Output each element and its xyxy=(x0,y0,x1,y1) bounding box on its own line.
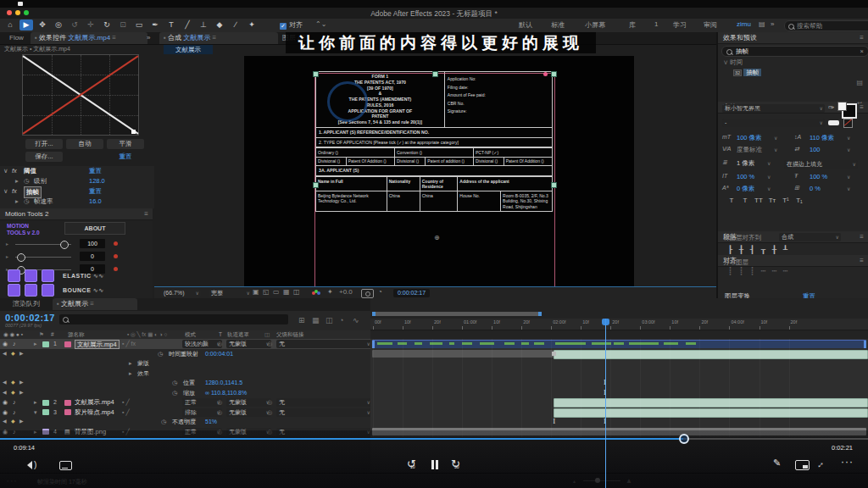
mask-visibility-icon[interactable]: ◱ xyxy=(263,288,270,296)
col-parent[interactable]: 父级和链接 xyxy=(276,330,304,339)
exposure-value[interactable]: +0.0 xyxy=(339,288,353,296)
align-button[interactable]: ┠ xyxy=(725,246,736,254)
selection-handle[interactable] xyxy=(551,71,557,77)
flow-smooth-button[interactable]: 平滑 xyxy=(107,139,144,149)
vertical-scale-value[interactable]: 100 % xyxy=(737,173,754,180)
comp-flowchart-icon[interactable]: ⊞ xyxy=(298,316,305,324)
exposure-dial-icon[interactable]: ◔ xyxy=(378,288,382,296)
selection-tool[interactable]: ▶ xyxy=(19,19,33,30)
align-button[interactable]: ╂ xyxy=(736,246,747,254)
property-value[interactable]: 0:00:04:01 xyxy=(205,349,233,359)
pen-tool[interactable]: ✒ xyxy=(148,19,162,30)
flow-reset-button[interactable]: 重置 xyxy=(107,152,144,162)
prev-keyframe-icon[interactable]: ◀ xyxy=(3,378,7,388)
distribute-button[interactable]: ┋ xyxy=(747,267,758,275)
panel-menu-icon[interactable]: ≡ xyxy=(90,300,94,308)
playhead-handle[interactable] xyxy=(602,319,609,325)
effects-search-input[interactable]: 抽帧× xyxy=(721,46,868,57)
effect-reset-button[interactable]: 重置 xyxy=(89,186,102,197)
kerning-dropdown[interactable] xyxy=(772,146,777,153)
about-tab[interactable]: ABOUT xyxy=(64,222,125,235)
tab-render-queue[interactable]: 渲染队列 xyxy=(8,298,44,310)
preset-square-button[interactable] xyxy=(25,284,37,297)
panel-chevron-icon[interactable]: » xyxy=(142,32,154,44)
stopwatch-icon[interactable]: ◷ xyxy=(161,417,166,427)
workspace-overflow-chevron[interactable]: » xyxy=(771,20,774,28)
panel-menu-icon[interactable]: ≡ xyxy=(213,34,217,42)
orbit-camera-tool[interactable]: ↺ xyxy=(68,19,81,30)
kerning-value[interactable]: 度量标准 xyxy=(737,146,762,154)
expand-icon[interactable]: ▾ xyxy=(34,408,37,418)
roto-brush-tool[interactable]: ∕ xyxy=(229,19,242,30)
effect-header-row[interactable]: ∨fx抽帧重置 xyxy=(0,186,151,197)
edit-pencil-icon[interactable]: ✎ xyxy=(773,458,781,469)
transparency-grid-icon[interactable]: ▦ xyxy=(283,288,290,296)
layer-duration-bar[interactable] xyxy=(372,350,554,358)
matte-pickwhip-icon[interactable]: ◎ xyxy=(217,339,222,349)
flow-auto-button[interactable]: 自动 xyxy=(66,139,103,149)
snapshot-compare-icon[interactable]: ◫ xyxy=(293,288,300,296)
fast-previews-icon[interactable]: ✦ xyxy=(327,288,333,296)
preset-list-icon[interactable]: ▤ xyxy=(856,79,863,86)
draft-3d-icon[interactable]: ▦ xyxy=(312,316,320,324)
region-of-interest-icon[interactable]: ▭ xyxy=(273,288,280,296)
layer-name[interactable]: 胶片噪点.mp4 xyxy=(75,408,114,418)
player-progress-bar[interactable] xyxy=(0,438,868,440)
keyframe-icon[interactable]: I xyxy=(553,418,555,425)
distribute-button[interactable]: ┋ xyxy=(725,267,736,275)
property-value[interactable]: 128.0 xyxy=(89,176,105,186)
twirl-icon[interactable]: ▸ xyxy=(129,369,132,379)
selection-point[interactable] xyxy=(543,72,548,76)
layer-duration-bar[interactable] xyxy=(554,408,868,418)
group-name[interactable]: 效果 xyxy=(137,369,149,379)
puppet-pin-tool[interactable]: ✦ xyxy=(245,19,259,30)
more-options-icon[interactable]: ··· xyxy=(841,456,854,468)
vertical-scale-dropdown[interactable] xyxy=(765,173,771,180)
parent-pickwhip-icon[interactable]: ◎ xyxy=(267,339,272,349)
preset-square-button[interactable] xyxy=(42,284,54,297)
font-size-dropdown[interactable] xyxy=(772,134,777,141)
leading-value[interactable]: 110 像素 xyxy=(810,134,834,142)
effect-header-row[interactable]: ∨fx阈值重置 xyxy=(0,166,151,176)
add-keyframe-icon[interactable]: ◆ xyxy=(11,417,15,427)
faux-style-button[interactable]: T xyxy=(725,197,738,204)
hand-tool[interactable]: ✥ xyxy=(36,19,49,30)
zoom-tool[interactable]: ◎ xyxy=(52,19,65,30)
preset-square-button[interactable] xyxy=(8,284,20,297)
align-button[interactable]: ┸ xyxy=(780,246,791,254)
faux-style-button[interactable]: TT xyxy=(752,197,765,204)
tracking-dropdown[interactable] xyxy=(845,146,850,153)
stroke-width-dropdown[interactable] xyxy=(765,159,771,167)
workspace-tab-库[interactable]: 库 xyxy=(629,20,636,30)
slider-value[interactable]: 100 xyxy=(80,239,105,248)
stopwatch-icon[interactable]: ◷ xyxy=(172,378,177,388)
rotate-tool[interactable]: ↻ xyxy=(100,19,114,30)
proportional-spacing-dropdown[interactable] xyxy=(845,185,850,192)
keyframe-dot[interactable] xyxy=(114,241,118,246)
prev-keyframe-icon[interactable]: ◀ xyxy=(3,349,7,359)
current-timecode[interactable]: 0:00:02:17 xyxy=(5,313,55,323)
group-name[interactable]: 蒙版 xyxy=(137,358,149,369)
parent-pickwhip-icon[interactable]: ◎ xyxy=(267,397,272,408)
flow-open-button[interactable]: 打开... xyxy=(25,139,63,149)
pan-camera-tool[interactable]: ✛ xyxy=(84,19,97,30)
parent-select[interactable]: 无 xyxy=(276,408,372,417)
fill-color-swatch[interactable] xyxy=(837,102,847,111)
effects-presets-header[interactable]: 效果和预设≡ xyxy=(718,32,868,44)
tab-effect-controls[interactable]: ▪ 效果控件 文献展示.mp4 ≡ xyxy=(31,32,147,44)
rect-shape-tool[interactable]: ▭ xyxy=(132,19,146,30)
selection-handle[interactable] xyxy=(432,71,438,77)
workspace-tab-学习[interactable]: 学习 xyxy=(673,20,687,30)
stroke-style-select[interactable]: 在描边上填充 xyxy=(784,160,858,169)
search-help-input[interactable]: 搜索帮助 xyxy=(784,20,868,31)
add-keyframe-icon[interactable]: ◆ xyxy=(11,378,15,388)
stroke-width-value[interactable]: 1 像素 xyxy=(737,159,754,168)
font-family-select[interactable]: 标小智无界黑 xyxy=(722,104,825,113)
prev-keyframe-icon[interactable]: ◀ xyxy=(3,388,7,398)
add-keyframe-icon[interactable]: ◆ xyxy=(11,349,15,359)
motion-tools-header[interactable]: Motion Tools 2≡ xyxy=(0,208,153,220)
clear-search-icon[interactable]: × xyxy=(860,47,864,56)
workspace-tab-小屏幕[interactable]: 小屏幕 xyxy=(585,20,605,30)
effect-name[interactable]: 阈值 xyxy=(24,166,36,176)
stopwatch-icon[interactable]: ◷ xyxy=(24,176,30,186)
